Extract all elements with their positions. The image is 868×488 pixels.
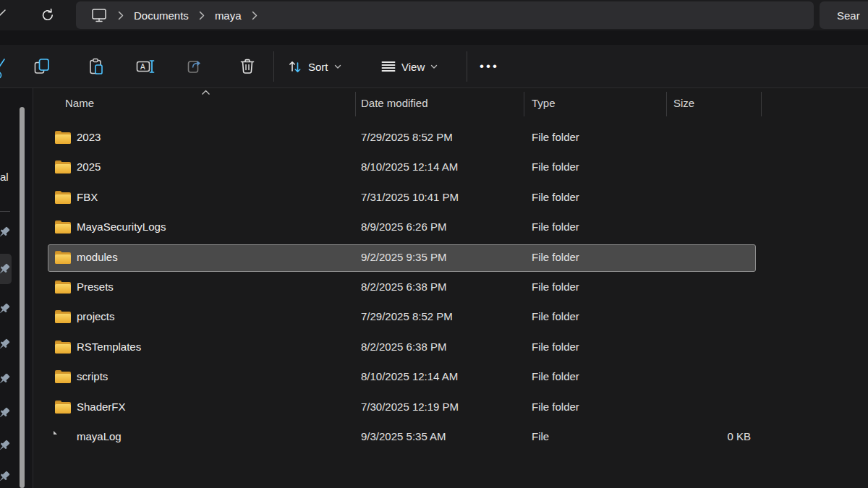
file-type: File folder xyxy=(532,191,579,203)
nav-divider xyxy=(0,211,10,212)
sort-ascending-caret-icon xyxy=(201,90,210,95)
share-button[interactable] xyxy=(183,54,208,79)
up-arrow-partial-icon[interactable] xyxy=(0,9,7,17)
search-box[interactable]: Sear xyxy=(820,1,868,29)
file-date-modified: 8/10/2025 12:14 AM xyxy=(361,160,458,173)
sort-button[interactable]: Sort xyxy=(288,54,341,79)
sort-label: Sort xyxy=(308,61,328,73)
file-type: File xyxy=(532,430,549,442)
file-name: Presets xyxy=(77,281,114,293)
file-name: 2025 xyxy=(77,160,101,173)
chevron-right-icon[interactable] xyxy=(252,11,258,20)
rename-button[interactable]: A xyxy=(133,54,158,79)
breadcrumb-item-documents[interactable]: Documents xyxy=(134,9,189,22)
refresh-icon xyxy=(41,8,55,22)
file-name: RSTemplates xyxy=(77,341,141,353)
svg-text:A: A xyxy=(140,63,145,71)
this-pc-icon[interactable] xyxy=(90,7,108,23)
file-date-modified: 9/2/2025 9:35 PM xyxy=(361,251,446,263)
search-box-text: Sear xyxy=(837,9,860,22)
rename-icon: A xyxy=(136,58,155,75)
file-date-modified: 7/31/2025 10:41 PM xyxy=(361,191,459,203)
toolbar-divider xyxy=(273,51,274,82)
chevron-down-icon xyxy=(430,64,438,69)
file-name: ShaderFX xyxy=(77,401,126,413)
copy-button[interactable] xyxy=(30,54,54,79)
pushpin-icon[interactable] xyxy=(0,302,11,317)
cut-icon-partial[interactable] xyxy=(0,51,7,82)
pushpin-icon[interactable] xyxy=(0,406,11,421)
column-separator[interactable] xyxy=(666,92,667,116)
refresh-button[interactable] xyxy=(38,5,58,25)
pushpin-icon[interactable] xyxy=(0,338,11,352)
command-toolbar: A Sort xyxy=(0,45,868,88)
view-button[interactable]: View xyxy=(381,54,438,79)
column-separator[interactable] xyxy=(524,92,524,116)
file-date-modified: 8/10/2025 12:14 AM xyxy=(361,370,458,382)
pushpin-icon[interactable] xyxy=(0,262,11,277)
see-more-button[interactable]: ••• xyxy=(480,54,499,79)
view-label: View xyxy=(401,61,425,73)
file-name: modules xyxy=(77,251,118,263)
file-row[interactable]: projects 7/29/2025 8:52 PM File folder xyxy=(33,303,868,333)
column-header-name[interactable]: Name xyxy=(65,97,94,109)
file-explorer-window: Documents maya Sear xyxy=(0,0,868,488)
file-size: 0 KB xyxy=(666,430,751,442)
column-separator[interactable] xyxy=(761,92,762,116)
file-row[interactable]: FBX 7/31/2025 10:41 PM File folder xyxy=(33,184,868,213)
toolbar-divider xyxy=(467,51,467,82)
pushpin-icon[interactable] xyxy=(0,439,11,453)
breadcrumb: Documents maya xyxy=(76,1,814,29)
file-row[interactable]: RSTemplates 8/2/2025 6:38 PM File folder xyxy=(33,333,868,363)
pushpin-icon[interactable] xyxy=(0,226,11,240)
column-header-type[interactable]: Type xyxy=(532,97,556,109)
file-row[interactable]: ShaderFX 7/30/2025 12:19 PM File folder xyxy=(33,393,868,423)
file-name: FBX xyxy=(77,191,98,203)
file-row[interactable]: 2023 7/29/2025 8:52 PM File folder xyxy=(33,124,868,153)
chevron-down-icon xyxy=(334,64,341,69)
file-type: File folder xyxy=(532,160,579,173)
view-list-icon xyxy=(381,60,396,73)
delete-button[interactable] xyxy=(235,54,260,79)
file-type: File folder xyxy=(532,401,579,413)
file-type: File folder xyxy=(532,221,579,233)
chevron-right-icon xyxy=(118,11,124,20)
chevron-right-icon xyxy=(199,11,205,20)
paste-button[interactable] xyxy=(84,54,109,79)
column-separator[interactable] xyxy=(355,92,356,116)
file-type: File folder xyxy=(532,281,579,293)
file-name: projects xyxy=(77,310,115,322)
file-name: scripts xyxy=(77,370,108,382)
file-list: 2023 7/29/2025 8:52 PM File folder 2025 … xyxy=(33,124,868,453)
file-name: 2023 xyxy=(77,131,101,143)
column-header-row: Name Date modified Type Size xyxy=(33,88,868,120)
file-name: MayaSecurityLogs xyxy=(77,221,166,233)
file-type: File folder xyxy=(532,131,579,143)
file-row[interactable]: modules 9/2/2025 9:35 PM File folder xyxy=(33,244,868,273)
file-row[interactable]: MayaSecurityLogs 8/9/2025 6:26 PM File f… xyxy=(33,213,868,243)
file-date-modified: 8/2/2025 6:38 PM xyxy=(361,281,446,293)
nav-scrollbar-thumb[interactable] xyxy=(20,107,25,488)
file-type: File folder xyxy=(532,341,579,353)
column-header-size[interactable]: Size xyxy=(673,97,694,109)
file-row[interactable]: mayaLog 9/3/2025 5:35 AM File 0 KB xyxy=(33,423,868,453)
nav-item-text-fragment[interactable]: al xyxy=(0,171,9,183)
file-row[interactable]: Presets 8/2/2025 6:38 PM File folder xyxy=(33,273,868,303)
pushpin-icon[interactable] xyxy=(0,470,11,484)
file-type: File folder xyxy=(532,370,579,382)
file-name: mayaLog xyxy=(77,430,122,442)
sort-icon xyxy=(288,60,302,74)
column-header-date[interactable]: Date modified xyxy=(361,97,428,109)
navigation-pane-edge: al xyxy=(0,88,33,488)
file-date-modified: 7/29/2025 8:52 PM xyxy=(361,310,453,322)
file-date-modified: 8/9/2025 6:26 PM xyxy=(361,221,446,233)
file-date-modified: 7/29/2025 8:52 PM xyxy=(361,131,453,143)
trash-icon xyxy=(239,58,256,75)
pushpin-icon[interactable] xyxy=(0,372,11,387)
file-row[interactable]: scripts 8/10/2025 12:14 AM File folder xyxy=(33,363,868,393)
share-icon xyxy=(187,58,204,75)
file-date-modified: 9/3/2025 5:35 AM xyxy=(361,430,446,442)
breadcrumb-item-maya[interactable]: maya xyxy=(215,9,242,22)
file-date-modified: 8/2/2025 6:38 PM xyxy=(361,341,446,353)
file-row[interactable]: 2025 8/10/2025 12:14 AM File folder xyxy=(33,153,868,183)
